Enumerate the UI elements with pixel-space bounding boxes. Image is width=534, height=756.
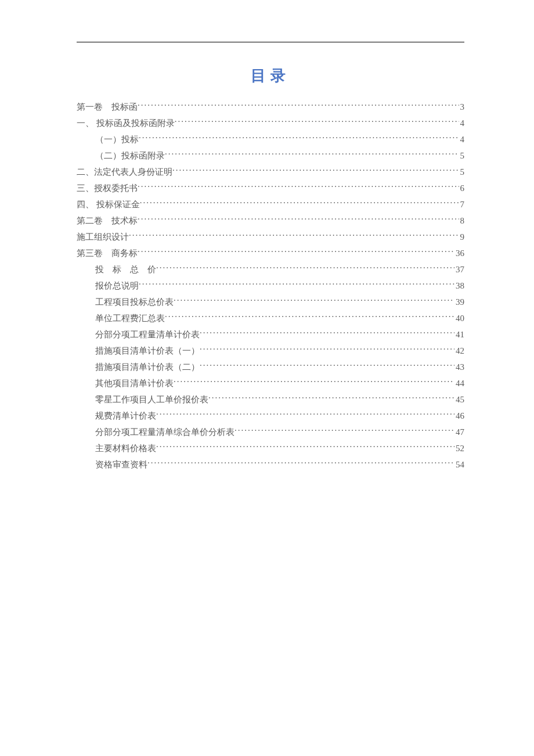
toc-entry-page: 52	[454, 441, 464, 455]
toc-leader-dots	[165, 312, 454, 321]
toc-leader-dots	[156, 410, 454, 419]
toc-entry-label: 分部分项工程量清单计价表	[95, 327, 200, 341]
toc-entry: 四、 投标保证金7	[77, 197, 464, 211]
toc-entry-label: 三、授权委托书	[77, 181, 138, 195]
toc-entry: 规费清单计价表46	[77, 409, 464, 423]
toc-entry-page: 8	[459, 214, 465, 228]
toc-entry-label: 措施项目清单计价表（一）	[95, 344, 200, 358]
toc-entry-page: 7	[459, 197, 465, 211]
toc-entry-label: 投 标 总 价	[95, 262, 156, 276]
toc-entry: 第一卷 投标函3	[77, 100, 464, 114]
toc-entry: 零星工作项目人工单价报价表45	[77, 393, 464, 406]
toc-entry: 一、 投标函及投标函附录4	[77, 116, 464, 130]
toc-entry-page: 5	[459, 149, 465, 163]
toc-entry: 二、法定代表人身份证明5	[77, 165, 464, 179]
toc-leader-dots	[139, 134, 459, 142]
toc-entry-label: 规费清单计价表	[95, 409, 156, 423]
toc-entry-label: 第二卷 技术标	[77, 214, 138, 228]
toc-entry-page: 36	[454, 246, 464, 260]
toc-entry: 分部分项工程量清单计价表41	[77, 327, 464, 341]
toc-leader-dots	[200, 361, 454, 370]
toc-leader-dots	[138, 182, 459, 191]
toc-leader-dots	[129, 231, 459, 240]
toc-entry: 资格审查资料54	[77, 458, 464, 471]
toc-leader-dots	[138, 247, 454, 256]
toc-entry-label: 施工组织设计	[77, 230, 129, 244]
document-page: 目录 第一卷 投标函3一、 投标函及投标函附录4（一）投标4（二）投标函附录5二…	[0, 0, 534, 471]
toc-entry-page: 40	[454, 311, 464, 325]
toc-title: 目录	[77, 66, 464, 86]
toc-entry-page: 9	[459, 230, 465, 244]
toc-leader-dots	[156, 442, 454, 451]
toc-entry-label: 报价总说明	[95, 279, 139, 293]
toc-entry: 三、授权委托书6	[77, 181, 464, 195]
toc-entry-page: 44	[454, 376, 464, 390]
toc-entry-page: 37	[454, 262, 464, 276]
toc-leader-dots	[234, 426, 454, 435]
toc-entry-label: 主要材料价格表	[95, 441, 156, 455]
toc-entry-label: 资格审查资料	[95, 458, 147, 471]
toc-entry-label: 分部分项工程量清单综合单价分析表	[95, 425, 234, 439]
toc-leader-dots	[138, 215, 459, 224]
toc-leader-dots	[139, 280, 454, 289]
toc-leader-dots	[175, 117, 459, 126]
toc-entry-page: 54	[454, 458, 464, 471]
toc-entry: （一）投标4	[77, 132, 464, 146]
toc-entry: 主要材料价格表52	[77, 441, 464, 455]
toc-entry-page: 4	[459, 116, 465, 130]
toc-entry-label: 第一卷 投标函	[77, 100, 138, 114]
toc-leader-dots	[208, 394, 454, 402]
toc-entry: 措施项目清单计价表（一）42	[77, 344, 464, 358]
toc-entry-label: 工程项目投标总价表	[95, 295, 174, 309]
toc-entry-page: 41	[454, 327, 464, 341]
toc-entry-label: 措施项目清单计价表（二）	[95, 360, 200, 374]
toc-entry-label: 第三卷 商务标	[77, 246, 138, 260]
toc-leader-dots	[200, 345, 454, 354]
toc-entry-label: （二）投标函附录	[95, 149, 165, 163]
toc-leader-dots	[140, 199, 459, 207]
toc-entry-label: 二、法定代表人身份证明	[77, 165, 172, 179]
toc-entry: 第三卷 商务标36	[77, 246, 464, 260]
toc-leader-dots	[165, 150, 459, 159]
toc-entry-label: 其他项目清单计价表	[95, 376, 174, 390]
toc-entry-label: 四、 投标保证金	[77, 197, 140, 211]
toc-entry-page: 38	[454, 279, 464, 293]
toc-entry-page: 4	[459, 132, 465, 146]
toc-entry-page: 6	[459, 181, 465, 195]
toc-entry-page: 46	[454, 409, 464, 423]
toc-leader-dots	[156, 264, 454, 272]
toc-leader-dots	[174, 377, 454, 386]
toc-leader-dots	[200, 329, 454, 337]
toc-entry: 分部分项工程量清单综合单价分析表47	[77, 425, 464, 439]
toc-entry: 工程项目投标总价表39	[77, 295, 464, 309]
toc-entry-label: 单位工程费汇总表	[95, 311, 165, 325]
toc-entry-page: 43	[454, 360, 464, 374]
toc-entry-label: （一）投标	[95, 132, 139, 146]
table-of-contents: 第一卷 投标函3一、 投标函及投标函附录4（一）投标4（二）投标函附录5二、法定…	[77, 100, 464, 471]
toc-entry-page: 3	[459, 100, 465, 114]
toc-leader-dots	[172, 166, 459, 175]
toc-entry-label: 零星工作项目人工单价报价表	[95, 393, 208, 406]
toc-entry-page: 45	[454, 393, 464, 406]
toc-entry: 措施项目清单计价表（二）43	[77, 360, 464, 374]
toc-entry-page: 39	[454, 295, 464, 309]
toc-entry-page: 42	[454, 344, 464, 358]
toc-entry: 其他项目清单计价表44	[77, 376, 464, 390]
toc-leader-dots	[147, 459, 454, 467]
header-rule	[77, 42, 464, 42]
toc-entry: 施工组织设计9	[77, 230, 464, 244]
toc-entry-label: 一、 投标函及投标函附录	[77, 116, 175, 130]
toc-entry-page: 5	[459, 165, 465, 179]
toc-entry: 报价总说明38	[77, 279, 464, 293]
toc-entry: 第二卷 技术标8	[77, 214, 464, 228]
toc-leader-dots	[174, 296, 454, 305]
toc-entry: 单位工程费汇总表40	[77, 311, 464, 325]
toc-entry-page: 47	[454, 425, 464, 439]
toc-entry: 投 标 总 价37	[77, 262, 464, 276]
toc-entry: （二）投标函附录5	[77, 149, 464, 163]
toc-leader-dots	[138, 101, 459, 110]
